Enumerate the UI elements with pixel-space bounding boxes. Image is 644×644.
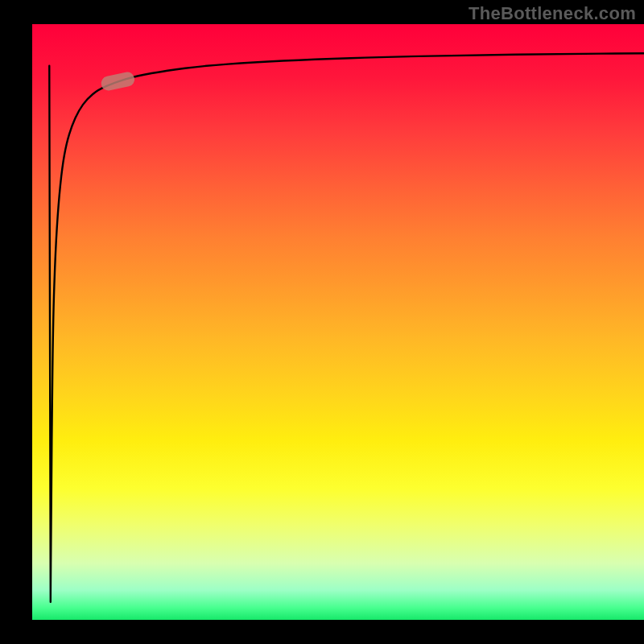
chart-svg [32,24,644,620]
watermark-text: TheBottleneck.com [469,3,636,24]
svg-rect-0 [100,71,136,92]
chart-frame: TheBottleneck.com [0,0,644,644]
highlight-marker [100,71,136,92]
bottleneck-curve [49,53,644,602]
